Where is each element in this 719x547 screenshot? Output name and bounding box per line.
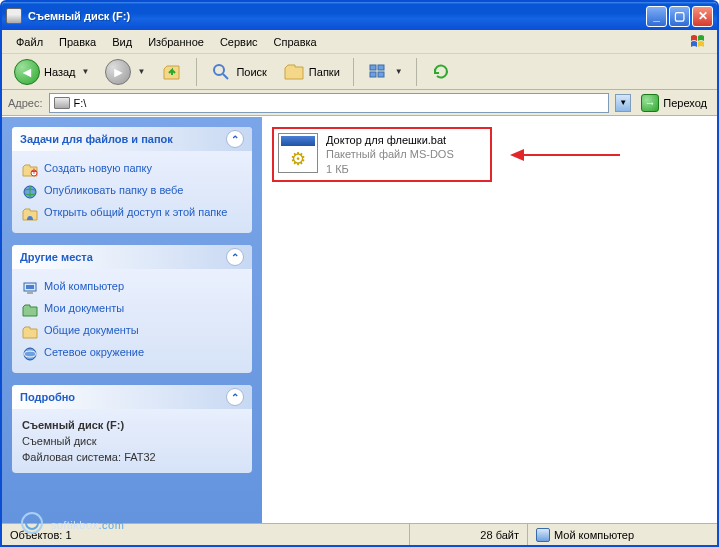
file-size: 1 КБ (326, 162, 454, 176)
collapse-icon: ⌃ (226, 130, 244, 148)
svg-rect-11 (27, 292, 33, 294)
folders-label: Папки (309, 66, 340, 78)
address-bar: Адрес: F:\ ▼ → Переход (2, 90, 717, 116)
address-label: Адрес: (8, 97, 43, 109)
menubar: Файл Правка Вид Избранное Сервис Справка (2, 30, 717, 54)
new-folder-icon: + (22, 162, 38, 178)
address-dropdown[interactable]: ▼ (615, 94, 631, 112)
forward-button[interactable]: ► ▼ (99, 57, 151, 87)
search-icon (210, 61, 232, 83)
chevron-down-icon: ▼ (395, 67, 403, 76)
status-location: Мой компьютер (528, 524, 717, 545)
search-button[interactable]: Поиск (204, 57, 272, 87)
menu-view[interactable]: Вид (104, 34, 140, 50)
maximize-button[interactable]: ▢ (669, 6, 690, 27)
go-label: Переход (663, 97, 707, 109)
place-shared-documents[interactable]: Общие документы (22, 321, 242, 343)
svg-rect-2 (370, 65, 376, 70)
folders-icon (283, 61, 305, 83)
menu-tools[interactable]: Сервис (212, 34, 266, 50)
go-arrow-icon: → (641, 94, 659, 112)
tasks-panel: Задачи для файлов и папок ⌃ + Создать но… (12, 127, 252, 233)
chevron-down-icon: ▼ (137, 67, 145, 76)
details-title: Подробно (20, 391, 75, 403)
place-network[interactable]: Сетевое окружение (22, 343, 242, 365)
menu-file[interactable]: Файл (8, 34, 51, 50)
svg-rect-4 (370, 72, 376, 77)
minimize-button[interactable]: _ (646, 6, 667, 27)
go-button[interactable]: → Переход (637, 92, 711, 114)
status-bytes: 28 байт (410, 524, 528, 545)
refresh-icon (430, 61, 452, 83)
views-button[interactable]: ▼ (361, 57, 409, 87)
svg-rect-10 (26, 285, 34, 289)
menu-help[interactable]: Справка (266, 34, 325, 50)
details-panel: Подробно ⌃ Съемный диск (F:) Съемный дис… (12, 385, 252, 473)
status-bar: Объектов: 1 28 байт Мой компьютер (2, 523, 717, 545)
shared-folder-icon (22, 324, 38, 340)
details-name: Съемный диск (F:) (22, 417, 242, 433)
share-folder-icon (22, 206, 38, 222)
refresh-button[interactable] (424, 57, 458, 87)
details-fs: Файловая система: FAT32 (22, 449, 242, 465)
places-title: Другие места (20, 251, 93, 263)
chevron-down-icon: ▼ (82, 67, 90, 76)
back-arrow-icon: ◄ (14, 59, 40, 85)
documents-icon (22, 302, 38, 318)
drive-icon (6, 8, 22, 24)
windows-logo-icon (687, 33, 711, 51)
views-icon (367, 61, 389, 83)
drive-icon (54, 97, 70, 109)
globe-icon (22, 184, 38, 200)
window-title: Съемный диск (F:) (28, 10, 646, 22)
status-objects: Объектов: 1 (2, 524, 410, 545)
file-type: Пакетный файл MS-DOS (326, 147, 454, 161)
svg-point-0 (214, 65, 224, 75)
menu-edit[interactable]: Правка (51, 34, 104, 50)
sidebar: Задачи для файлов и папок ⌃ + Создать но… (2, 117, 262, 523)
toolbar: ◄ Назад ▼ ► ▼ Поиск Папки ▼ (2, 54, 717, 90)
svg-rect-3 (378, 65, 384, 70)
collapse-icon: ⌃ (226, 248, 244, 266)
address-input[interactable]: F:\ (49, 93, 610, 113)
back-button[interactable]: ◄ Назад ▼ (8, 57, 95, 87)
svg-text:+: + (31, 165, 37, 177)
tasks-title: Задачи для файлов и папок (20, 133, 173, 145)
places-panel: Другие места ⌃ Мой компьютер Мои докумен… (12, 245, 252, 373)
tasks-panel-header[interactable]: Задачи для файлов и папок ⌃ (12, 127, 252, 151)
svg-line-1 (223, 74, 228, 79)
bat-file-icon (278, 133, 318, 173)
details-panel-header[interactable]: Подробно ⌃ (12, 385, 252, 409)
address-value: F:\ (74, 97, 87, 109)
place-my-computer[interactable]: Мой компьютер (22, 277, 242, 299)
titlebar[interactable]: Съемный диск (F:) _ ▢ ✕ (2, 2, 717, 30)
svg-rect-5 (378, 72, 384, 77)
up-button[interactable] (155, 57, 189, 87)
folder-up-icon (161, 61, 183, 83)
collapse-icon: ⌃ (226, 388, 244, 406)
file-name: Доктор для флешки.bat (326, 133, 454, 147)
network-icon (22, 346, 38, 362)
folders-button[interactable]: Папки (277, 57, 346, 87)
back-label: Назад (44, 66, 76, 78)
places-panel-header[interactable]: Другие места ⌃ (12, 245, 252, 269)
details-type: Съемный диск (22, 433, 242, 449)
task-publish[interactable]: Опубликовать папку в вебе (22, 181, 242, 203)
svg-point-12 (24, 348, 36, 360)
task-new-folder[interactable]: + Создать новую папку (22, 159, 242, 181)
annotation-arrow (510, 145, 620, 165)
computer-icon (536, 528, 550, 542)
computer-icon (22, 280, 38, 296)
forward-arrow-icon: ► (105, 59, 131, 85)
file-item[interactable]: Доктор для флешки.bat Пакетный файл MS-D… (272, 127, 492, 182)
search-label: Поиск (236, 66, 266, 78)
file-pane[interactable]: Доктор для флешки.bat Пакетный файл MS-D… (262, 117, 717, 523)
close-button[interactable]: ✕ (692, 6, 713, 27)
place-my-documents[interactable]: Мои документы (22, 299, 242, 321)
task-share[interactable]: Открыть общий доступ к этой папке (22, 203, 242, 225)
menu-favorites[interactable]: Избранное (140, 34, 212, 50)
